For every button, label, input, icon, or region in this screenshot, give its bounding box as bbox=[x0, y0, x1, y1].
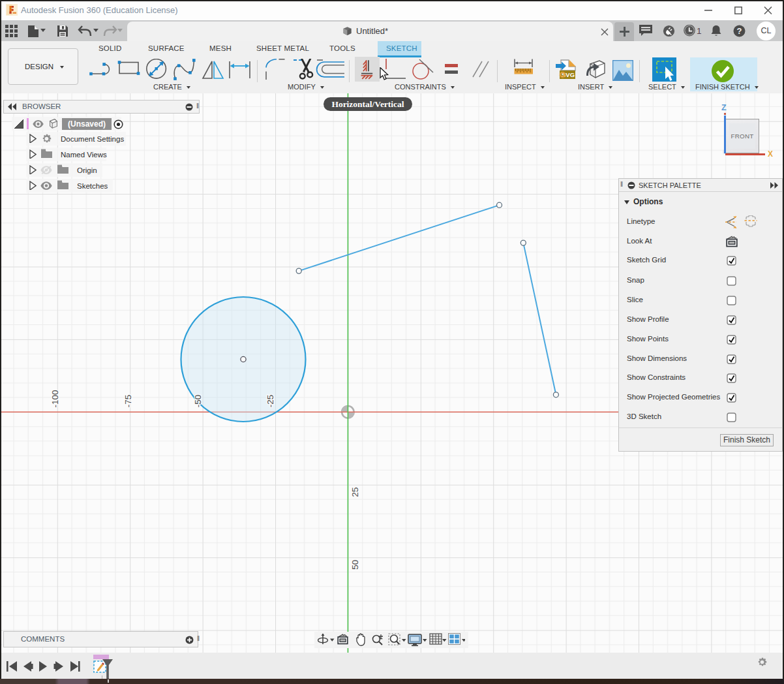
svg-text:?: ? bbox=[737, 26, 742, 36]
svg-text:SVG: SVG bbox=[562, 71, 575, 78]
svg-text:-50: -50 bbox=[193, 395, 203, 408]
svg-text:50: 50 bbox=[350, 560, 360, 570]
svg-text:-75: -75 bbox=[123, 395, 133, 408]
svg-text:-100: -100 bbox=[50, 390, 60, 407]
svg-text:-25: -25 bbox=[265, 395, 275, 408]
svg-text:25: 25 bbox=[350, 487, 360, 497]
